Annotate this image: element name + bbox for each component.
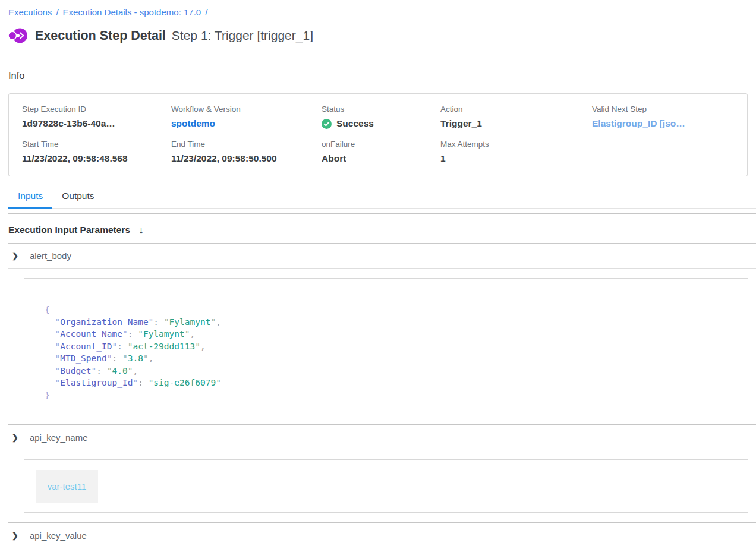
valid-next-step-link[interactable]: Elastigroup_ID [jso…: [592, 118, 736, 129]
json-code: { "Organization_Name": "Fylamynt", "Acco…: [24, 279, 748, 401]
breadcrumb-execution-details-link[interactable]: Execution Details - spotdemo: 17.0: [63, 7, 201, 17]
breadcrumb: Executions / Execution Details - spotdem…: [8, 7, 748, 17]
breadcrumb-executions-link[interactable]: Executions: [8, 7, 52, 17]
info-heading-divider: [8, 86, 756, 86]
alert-body-code-container: { "Organization_Name": "Fylamynt", "Acco…: [24, 278, 748, 414]
field-label: Step Execution ID: [22, 105, 171, 113]
field-max-attempts: Max Attempts 1: [440, 140, 592, 164]
field-label: Start Time: [22, 140, 171, 149]
field-label: Status: [322, 105, 440, 113]
section-label: api_key_name: [30, 433, 88, 443]
field-label: Valid Next Step: [592, 105, 736, 113]
params-header: Execution Input Parameters ↓: [8, 225, 748, 235]
page-title: Execution Step Detail: [35, 29, 166, 43]
collapse-all-arrow-icon[interactable]: ↓: [138, 225, 144, 235]
chevron-right-icon: ❯: [12, 434, 18, 441]
success-check-icon: [322, 119, 332, 129]
execution-step-detail-page: Executions / Execution Details - spotdem…: [0, 0, 756, 546]
api-key-name-chip: var-test11: [36, 470, 98, 503]
fylamynt-logo-icon: [8, 26, 27, 45]
tab-outputs[interactable]: Outputs: [52, 190, 103, 209]
field-label: onFailure: [322, 140, 440, 149]
section-divider: [8, 268, 756, 269]
page-subtitle: Step 1: Trigger [trigger_1]: [172, 29, 313, 43]
tab-bar: Inputs Outputs: [8, 190, 756, 209]
breadcrumb-separator: /: [205, 7, 207, 17]
field-status: Status Success: [322, 105, 440, 129]
field-label: Action: [440, 105, 592, 113]
field-action: Action Trigger_1: [440, 105, 592, 129]
field-end-time: End Time 11/23/2022, 09:58:50.500: [171, 140, 322, 164]
breadcrumb-separator: /: [56, 7, 58, 17]
field-label: Max Attempts: [440, 140, 592, 149]
header-divider: [8, 53, 756, 53]
params-title: Execution Input Parameters: [8, 225, 130, 235]
section-alert-body-toggle[interactable]: ❯ alert_body: [0, 244, 756, 268]
field-value: 11/23/2022, 09:58:50.500: [171, 153, 322, 164]
spacer: [0, 209, 756, 213]
tab-inputs[interactable]: Inputs: [8, 190, 52, 209]
section-api-key-value-toggle[interactable]: ❯ api_key_value: [0, 523, 756, 546]
field-label: Workflow & Version: [171, 105, 322, 113]
field-value: Trigger_1: [440, 118, 592, 129]
chevron-right-icon: ❯: [12, 532, 18, 539]
section-label: api_key_value: [30, 531, 87, 541]
field-workflow-version: Workflow & Version spotdemo: [171, 105, 322, 129]
section-label: alert_body: [30, 251, 71, 261]
field-onfailure: onFailure Abort: [322, 140, 440, 164]
status-text: Success: [336, 118, 374, 129]
field-value: 11/23/2022, 09:58:48.568: [22, 153, 171, 164]
chevron-right-icon: ❯: [12, 252, 18, 260]
section-api-key-name-toggle[interactable]: ❯ api_key_name: [0, 425, 756, 450]
field-label: End Time: [171, 140, 322, 149]
info-card: Step Execution ID 1d97828c-13b6-40a… Wor…: [8, 93, 748, 176]
field-empty: [592, 140, 736, 164]
page-header: Execution Step Detail Step 1: Trigger [t…: [8, 26, 748, 45]
field-step-execution-id: Step Execution ID 1d97828c-13b6-40a…: [22, 105, 171, 129]
field-value: 1d97828c-13b6-40a…: [22, 118, 171, 129]
field-value: Abort: [322, 153, 440, 164]
field-start-time: Start Time 11/23/2022, 09:58:48.568: [22, 140, 171, 164]
field-valid-next-step: Valid Next Step Elastigroup_ID [jso…: [592, 105, 736, 129]
field-value: 1: [440, 153, 592, 164]
status-badge: Success: [322, 118, 440, 129]
api-key-name-value-container: var-test11: [24, 459, 748, 513]
info-section-heading: Info: [8, 70, 748, 81]
section-divider: [8, 450, 756, 450]
tabs-section-divider: [8, 213, 756, 214]
title-wrap: Execution Step Detail Step 1: Trigger [t…: [35, 29, 313, 43]
workflow-link[interactable]: spotdemo: [171, 118, 322, 129]
